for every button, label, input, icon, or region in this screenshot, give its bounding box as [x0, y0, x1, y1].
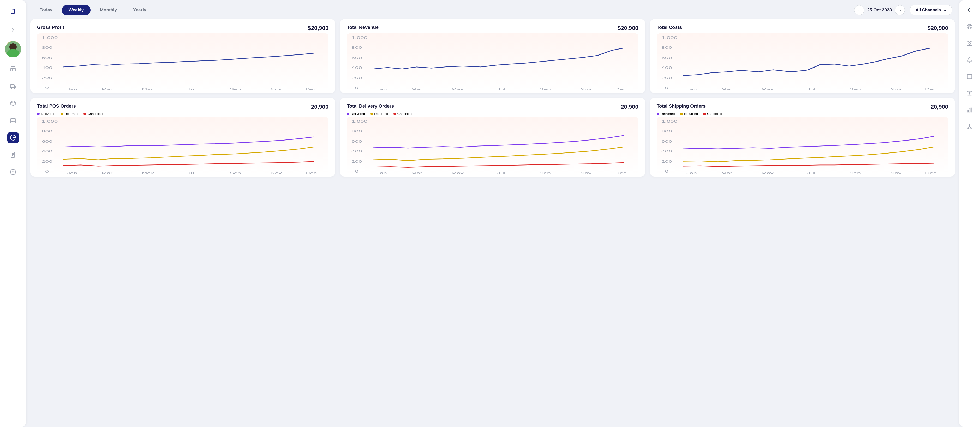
- svg-text:400: 400: [42, 66, 52, 70]
- sidebar-item-analytics[interactable]: [7, 132, 19, 143]
- svg-text:Dec: Dec: [925, 87, 936, 90]
- chart-total-revenue: 1,000 800 600 400 200 0 Jan Mar May Jul …: [347, 33, 638, 90]
- legend-delivery: Delivered Returned Cancelled: [347, 112, 638, 116]
- returned-dot: [680, 113, 683, 115]
- svg-rect-37: [657, 33, 948, 90]
- svg-text:400: 400: [662, 66, 672, 70]
- nav-tabs: Today Weekly Monthly Yearly: [33, 5, 153, 15]
- svg-text:800: 800: [42, 46, 52, 49]
- chevron-down-icon: ⌄: [943, 8, 947, 13]
- svg-text:Jan: Jan: [377, 87, 387, 90]
- sidebar-item-reports[interactable]: [7, 149, 19, 160]
- svg-text:Jul: Jul: [187, 87, 196, 90]
- logo: J: [6, 5, 20, 18]
- svg-text:400: 400: [662, 150, 672, 153]
- sidebar-item-store[interactable]: [7, 63, 19, 75]
- svg-text:May: May: [761, 171, 774, 174]
- svg-text:Dec: Dec: [305, 87, 317, 90]
- svg-text:400: 400: [352, 66, 362, 70]
- svg-text:1,000: 1,000: [42, 120, 58, 123]
- tab-yearly[interactable]: Yearly: [126, 5, 153, 15]
- svg-text:Jan: Jan: [67, 87, 77, 90]
- logo-text: J: [11, 7, 15, 16]
- sidebar-toggle[interactable]: [7, 24, 19, 35]
- avatar[interactable]: [5, 41, 21, 57]
- svg-text:Nov: Nov: [580, 171, 592, 174]
- svg-text:Jul: Jul: [807, 171, 815, 174]
- svg-rect-99: [967, 110, 969, 112]
- avatar-image: [5, 41, 21, 57]
- svg-rect-23: [347, 33, 638, 90]
- sidebar-item-delivery[interactable]: [7, 80, 19, 92]
- svg-text:600: 600: [352, 56, 362, 60]
- svg-point-102: [969, 125, 970, 125]
- svg-text:Jul: Jul: [497, 87, 505, 90]
- svg-text:Mar: Mar: [721, 171, 732, 174]
- card-value: $20,900: [617, 25, 638, 32]
- sidebar-right-badge-dollar[interactable]: [964, 88, 975, 98]
- svg-text:May: May: [142, 87, 154, 90]
- channel-label: All Channels: [916, 8, 941, 13]
- sidebar-item-calendar[interactable]: [7, 115, 19, 126]
- tab-weekly[interactable]: Weekly: [62, 5, 91, 15]
- svg-text:Jul: Jul: [807, 87, 815, 90]
- chart-total-costs: 1,000 800 600 400 200 0 Jan Mar May Jul …: [657, 33, 948, 90]
- sidebar-item-products[interactable]: [7, 97, 19, 109]
- svg-text:0: 0: [355, 86, 359, 90]
- sidebar-right-camera[interactable]: [964, 38, 975, 49]
- svg-text:400: 400: [352, 150, 362, 153]
- delivered-label: Delivered: [661, 112, 675, 116]
- svg-rect-100: [969, 109, 970, 112]
- sidebar-right-grid[interactable]: [964, 71, 975, 82]
- svg-text:0: 0: [665, 170, 668, 173]
- card-title: Total Shipping Orders: [657, 103, 706, 109]
- svg-text:Dec: Dec: [925, 171, 936, 174]
- svg-point-95: [969, 26, 970, 27]
- svg-text:0: 0: [45, 86, 49, 90]
- svg-text:Jul: Jul: [497, 171, 505, 174]
- svg-text:1,000: 1,000: [662, 120, 678, 123]
- sidebar-right-ring[interactable]: [964, 55, 975, 65]
- svg-text:Mar: Mar: [411, 171, 422, 174]
- date-navigator: ← 25 Oct 2023 →: [854, 5, 905, 15]
- sidebar-right-network[interactable]: [964, 121, 975, 132]
- svg-text:Dec: Dec: [305, 171, 317, 174]
- returned-label: Returned: [374, 112, 388, 116]
- svg-text:May: May: [452, 87, 464, 90]
- svg-text:Sep: Sep: [230, 171, 241, 174]
- card-header: Gross Profit $20,900: [37, 25, 328, 32]
- svg-rect-51: [37, 117, 328, 174]
- card-title: Total Costs: [657, 25, 682, 30]
- svg-text:May: May: [761, 87, 774, 90]
- tab-monthly[interactable]: Monthly: [93, 5, 124, 15]
- legend-delivered: Delivered: [37, 112, 55, 116]
- svg-point-104: [971, 128, 972, 129]
- chart-shipping: 1,000 800 600 400 200 0 Jan Mar May Jul …: [657, 117, 948, 174]
- returned-label: Returned: [684, 112, 698, 116]
- channel-selector[interactable]: All Channels ⌄: [910, 5, 952, 15]
- nav-right: ← 25 Oct 2023 → All Channels ⌄: [854, 5, 952, 15]
- svg-text:Sep: Sep: [849, 171, 861, 174]
- svg-text:800: 800: [352, 46, 362, 49]
- sidebar-right-back[interactable]: [964, 5, 975, 15]
- sidebar-right-bar-chart[interactable]: [964, 105, 975, 115]
- cancelled-dot: [703, 113, 706, 115]
- prev-date-button[interactable]: ←: [854, 5, 864, 15]
- current-date: 25 Oct 2023: [867, 8, 892, 13]
- sidebar-right-target[interactable]: [964, 21, 975, 32]
- sidebar-item-finance[interactable]: [7, 166, 19, 178]
- cancelled-dot: [393, 113, 396, 115]
- svg-text:May: May: [142, 171, 154, 174]
- legend-cancelled: Cancelled: [393, 112, 412, 116]
- returned-dot: [370, 113, 373, 115]
- tab-today[interactable]: Today: [33, 5, 59, 15]
- next-date-button[interactable]: →: [895, 5, 905, 15]
- svg-text:200: 200: [662, 76, 672, 80]
- svg-point-2: [11, 88, 12, 89]
- svg-text:600: 600: [42, 140, 52, 143]
- svg-text:1,000: 1,000: [352, 120, 368, 123]
- card-value: $20,900: [308, 25, 329, 32]
- svg-text:200: 200: [352, 160, 362, 163]
- svg-text:Mar: Mar: [411, 87, 422, 90]
- svg-point-3: [14, 88, 15, 89]
